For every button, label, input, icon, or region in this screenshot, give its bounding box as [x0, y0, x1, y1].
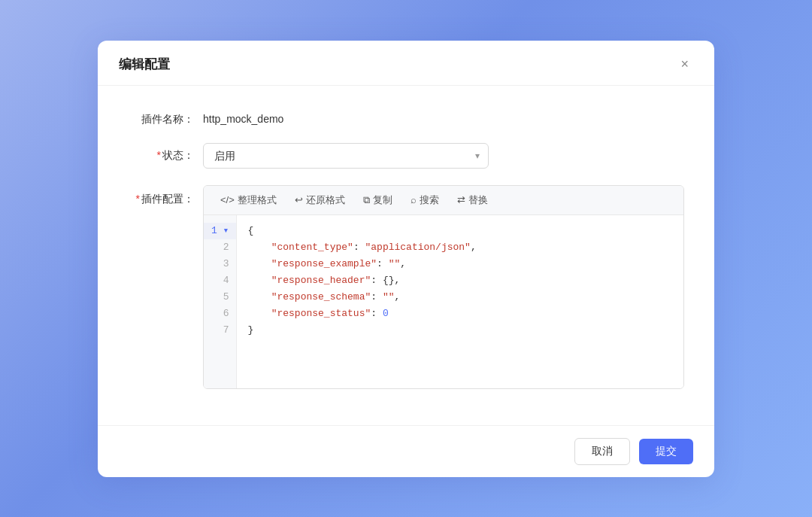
required-star-config: * [136, 193, 140, 205]
plugin-name-row: 插件名称： http_mock_demo [128, 107, 684, 126]
code-line-3: "response_example": "", [247, 256, 673, 272]
format-button[interactable]: </> 整理格式 [213, 190, 284, 210]
code-line-4: "response_header": {}, [247, 272, 673, 289]
dialog-footer: 取消 提交 [98, 425, 714, 477]
plugin-name-value: http_mock_demo [203, 107, 283, 125]
line-numbers: 1 ▾ 2 3 4 5 6 7 [204, 215, 237, 388]
code-editor-content: 1 ▾ 2 3 4 5 6 7 { "content_type": "appli… [204, 215, 683, 388]
status-select-wrapper: 启用 禁用 ▾ [203, 143, 489, 169]
edit-config-dialog: 编辑配置 × 插件名称： http_mock_demo *状态： 启用 禁用 ▾ [98, 41, 714, 477]
dialog-body: 插件名称： http_mock_demo *状态： 启用 禁用 ▾ *插件配置： [98, 86, 714, 425]
line-number-7: 7 [204, 322, 236, 339]
restore-icon: ↩ [295, 194, 303, 205]
status-label: *状态： [128, 143, 203, 163]
search-icon: ⌕ [411, 194, 417, 205]
line-number-2: 2 [204, 239, 236, 256]
line-number-5: 5 [204, 289, 236, 306]
code-line-5: "response_schema": "", [247, 289, 673, 306]
code-content[interactable]: { "content_type": "application/json", "r… [237, 215, 683, 388]
copy-icon: ⧉ [363, 194, 370, 206]
line-number-6: 6 [204, 306, 236, 322]
submit-button[interactable]: 提交 [639, 439, 693, 464]
code-line-2: "content_type": "application/json", [247, 239, 673, 256]
code-line-1: { [247, 223, 673, 239]
status-select[interactable]: 启用 禁用 [203, 143, 489, 169]
search-button[interactable]: ⌕ 搜索 [403, 190, 447, 210]
plugin-name-label: 插件名称： [128, 107, 203, 126]
plugin-config-row: *插件配置： </> 整理格式 ↩ 还原格式 ⧉ 复制 [128, 185, 684, 389]
plugin-config-editor: </> 整理格式 ↩ 还原格式 ⧉ 复制 ⌕ 搜索 [203, 185, 684, 389]
editor-toolbar: </> 整理格式 ↩ 还原格式 ⧉ 复制 ⌕ 搜索 [204, 186, 683, 215]
line-number-1: 1 ▾ [204, 223, 236, 239]
restore-button[interactable]: ↩ 还原格式 [287, 190, 353, 210]
dialog-header: 编辑配置 × [98, 41, 714, 86]
line-number-3: 3 [204, 256, 236, 272]
required-star: * [157, 149, 161, 161]
code-line-6: "response_status": 0 [247, 306, 673, 322]
dialog-title: 编辑配置 [119, 56, 170, 73]
line-number-4: 4 [204, 272, 236, 289]
copy-button[interactable]: ⧉ 复制 [356, 190, 400, 210]
replace-button[interactable]: ⇄ 替换 [450, 190, 495, 210]
cancel-button[interactable]: 取消 [574, 438, 630, 465]
code-icon: </> [220, 194, 235, 205]
plugin-config-label: *插件配置： [128, 185, 203, 206]
status-row: *状态： 启用 禁用 ▾ [128, 143, 684, 169]
code-line-7: } [247, 322, 673, 339]
close-button[interactable]: × [676, 56, 693, 72]
replace-icon: ⇄ [457, 194, 465, 205]
